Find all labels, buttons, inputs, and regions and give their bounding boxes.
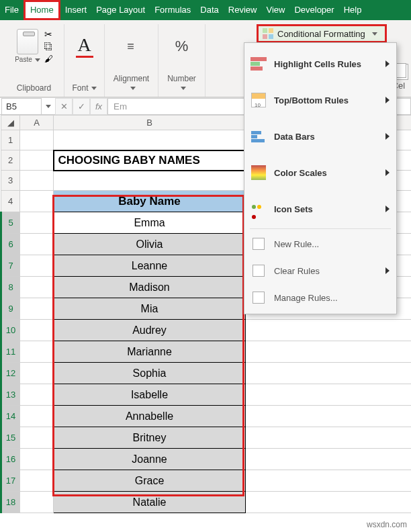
font-icon[interactable]: A <box>77 36 91 54</box>
tab-home[interactable]: Home <box>24 0 60 20</box>
tab-file[interactable]: File <box>0 0 24 20</box>
row-header[interactable]: 18 <box>1 492 20 513</box>
row-header[interactable]: 10 <box>1 320 20 341</box>
conditional-formatting-button[interactable]: Conditional Formatting <box>257 24 387 43</box>
menu-highlight-cells[interactable]: Highlight Cells Rules <box>244 46 396 82</box>
copy-icon[interactable]: ⿻ <box>44 42 53 52</box>
tab-data[interactable]: Data <box>195 0 223 20</box>
name-cell[interactable]: Grace <box>54 470 246 492</box>
cell[interactable] <box>246 363 412 384</box>
tab-developer[interactable]: Developer <box>289 0 338 20</box>
col-B-header[interactable]: B <box>54 116 246 130</box>
name-cell[interactable]: Joanne <box>54 449 246 470</box>
cancel-formula-button[interactable]: ✕ <box>55 98 73 115</box>
title-cell[interactable]: CHOOSING BABY NAMES <box>54 150 246 171</box>
cut-icon[interactable]: ✂ <box>44 29 53 40</box>
name-cell[interactable]: Sophia <box>54 363 246 384</box>
col-A-header[interactable]: A <box>20 116 54 130</box>
paste-icon[interactable] <box>17 29 38 54</box>
cell[interactable] <box>246 341 412 363</box>
column-header-cell[interactable]: Baby Name <box>54 191 246 212</box>
enter-formula-button[interactable]: ✓ <box>73 98 90 115</box>
row-header[interactable]: 6 <box>1 234 20 255</box>
cell[interactable] <box>20 171 54 191</box>
menu-manage-rules[interactable]: Manage Rules... <box>244 284 396 311</box>
cell[interactable] <box>20 234 54 255</box>
name-cell[interactable]: Natalie <box>54 492 246 513</box>
cell[interactable] <box>246 492 412 513</box>
tab-view[interactable]: View <box>261 0 289 20</box>
cell[interactable] <box>246 384 412 406</box>
name-cell[interactable]: Emma <box>54 212 246 234</box>
name-cell[interactable]: Madison <box>54 277 246 298</box>
cell[interactable] <box>20 427 54 449</box>
row-header[interactable]: 2 <box>1 150 20 171</box>
cell[interactable] <box>20 212 54 234</box>
name-cell[interactable]: Leanne <box>54 255 246 277</box>
cell[interactable] <box>20 492 54 513</box>
row-header[interactable]: 4 <box>1 191 20 212</box>
cell[interactable] <box>246 470 412 492</box>
menu-color-scales[interactable]: Color Scales <box>244 154 396 191</box>
cell[interactable] <box>20 384 54 406</box>
chevron-down-icon[interactable] <box>130 87 136 90</box>
row-header[interactable]: 9 <box>1 298 20 320</box>
paste-label[interactable]: Paste <box>15 56 40 63</box>
percent-icon[interactable]: % <box>175 38 189 55</box>
name-cell[interactable]: Audrey <box>54 320 246 341</box>
row-header[interactable]: 13 <box>1 384 20 406</box>
menu-new-rule[interactable]: New Rule... <box>244 230 396 257</box>
cell[interactable] <box>20 363 54 384</box>
row-header[interactable]: 17 <box>1 470 20 492</box>
name-cell[interactable]: Olivia <box>54 234 246 255</box>
format-painter-icon[interactable]: 🖌 <box>44 54 53 64</box>
insert-function-button[interactable]: fx <box>90 98 107 115</box>
cell[interactable] <box>20 320 54 341</box>
name-cell[interactable]: Marianne <box>54 341 246 363</box>
cell[interactable] <box>20 150 54 171</box>
cell[interactable] <box>246 406 412 427</box>
row-header[interactable]: 16 <box>1 449 20 470</box>
cell[interactable] <box>246 449 412 470</box>
row-header[interactable]: 1 <box>1 130 20 150</box>
menu-top-bottom[interactable]: 10 Top/Bottom Rules <box>244 82 396 118</box>
tab-insert[interactable]: Insert <box>60 0 92 20</box>
row-header[interactable]: 3 <box>1 171 20 191</box>
row-header[interactable]: 12 <box>1 363 20 384</box>
cell[interactable] <box>20 130 54 150</box>
name-cell[interactable]: Britney <box>54 427 246 449</box>
cell[interactable] <box>54 171 246 191</box>
name-box[interactable] <box>1 98 42 115</box>
name-cell[interactable]: Mia <box>54 298 246 320</box>
tab-help[interactable]: Help <box>339 0 367 20</box>
row-header[interactable]: 14 <box>1 406 20 427</box>
row-header[interactable]: 7 <box>1 255 20 277</box>
tab-page-layout[interactable]: Page Layout <box>91 0 150 20</box>
menu-data-bars[interactable]: Data Bars <box>244 118 396 154</box>
alignment-icon[interactable]: ≡ <box>127 40 136 54</box>
row-header[interactable]: 11 <box>1 341 20 363</box>
name-cell[interactable]: Annabelle <box>54 406 246 427</box>
row-header[interactable]: 5 <box>1 212 20 234</box>
cell[interactable] <box>20 449 54 470</box>
cell[interactable] <box>20 191 54 212</box>
chevron-down-icon[interactable] <box>181 87 186 90</box>
menu-clear-rules[interactable]: Clear Rules <box>244 257 396 284</box>
tab-formulas[interactable]: Formulas <box>150 0 195 20</box>
name-cell[interactable]: Isabelle <box>54 384 246 406</box>
cell[interactable] <box>20 255 54 277</box>
select-all-corner[interactable]: ◢ <box>1 116 20 130</box>
cell[interactable] <box>246 427 412 449</box>
cell[interactable] <box>20 341 54 363</box>
cell[interactable] <box>20 470 54 492</box>
cell[interactable] <box>20 277 54 298</box>
row-header[interactable]: 15 <box>1 427 20 449</box>
chevron-down-icon[interactable] <box>91 87 97 90</box>
menu-icon-sets[interactable]: Icon Sets <box>244 191 396 227</box>
tab-review[interactable]: Review <box>224 0 262 20</box>
name-box-dropdown[interactable] <box>46 105 51 108</box>
cell[interactable] <box>20 298 54 320</box>
row-header[interactable]: 8 <box>1 277 20 298</box>
cell[interactable] <box>246 320 412 341</box>
cell[interactable] <box>20 406 54 427</box>
